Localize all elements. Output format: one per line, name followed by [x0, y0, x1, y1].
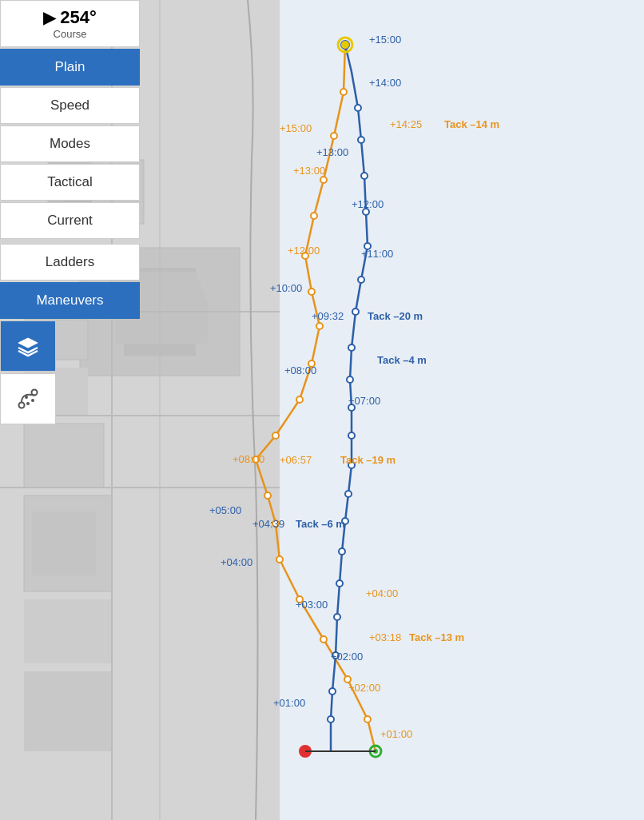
tack-label-6: Tack –6 m — [296, 518, 345, 530]
time-orange-1300: +13:00 — [293, 165, 325, 177]
svg-point-31 — [348, 344, 355, 351]
tack-label-14: Tack –14 m — [444, 118, 499, 130]
time-blue-0100: +01:00 — [273, 697, 305, 709]
svg-point-71 — [26, 402, 30, 405]
svg-point-49 — [308, 289, 315, 295]
svg-point-55 — [264, 492, 271, 499]
tack-label-4: Tack –4 m — [377, 354, 427, 366]
svg-point-32 — [347, 376, 353, 383]
nav-current-button[interactable]: Current — [0, 202, 140, 239]
svg-point-61 — [364, 716, 371, 722]
time-orange-0200: +02:00 — [348, 682, 380, 694]
svg-point-63 — [341, 41, 349, 49]
svg-point-57 — [276, 556, 283, 563]
svg-point-44 — [340, 89, 347, 95]
time-orange-1200: +12:00 — [288, 245, 320, 257]
course-header: ▶ 254° Course — [0, 0, 140, 47]
svg-point-36 — [345, 491, 352, 497]
nav-plain-button[interactable]: Plain — [0, 49, 140, 86]
route-button[interactable] — [0, 373, 56, 424]
svg-point-72 — [31, 399, 34, 402]
svg-point-52 — [296, 396, 303, 403]
svg-point-39 — [336, 580, 343, 587]
tack-label-13: Tack –13 m — [409, 631, 464, 643]
time-orange-0657: +06:57 — [280, 454, 312, 466]
svg-point-26 — [361, 173, 368, 179]
time-orange-0100: +01:00 — [380, 728, 412, 740]
time-blue-1400: +14:00 — [369, 77, 401, 89]
svg-point-47 — [311, 213, 317, 219]
svg-point-45 — [331, 133, 337, 139]
nav-ladders-button[interactable]: Ladders — [0, 244, 140, 281]
time-blue-0439: +04:39 — [252, 518, 284, 530]
svg-point-53 — [272, 432, 279, 439]
svg-point-29 — [358, 277, 364, 283]
time-blue-0400: +04:00 — [221, 556, 252, 568]
svg-point-59 — [320, 636, 327, 643]
svg-point-69 — [19, 403, 25, 408]
time-blue-1200: +12:00 — [352, 198, 384, 210]
time-orange-0800: +08:00 — [233, 453, 264, 465]
svg-point-42 — [329, 688, 336, 695]
layers-button[interactable] — [0, 320, 56, 372]
time-blue-0800: +08:00 — [284, 364, 316, 376]
nav-maneuvers-button[interactable]: Maneuvers — [0, 282, 140, 319]
tack-label-19: Tack –19 m — [340, 454, 396, 466]
time-orange-1425: +14:25 — [390, 118, 422, 130]
time-blue-0300: +03:00 — [296, 599, 328, 611]
svg-point-50 — [316, 323, 323, 329]
svg-point-34 — [348, 432, 355, 439]
time-blue-1300: +13:00 — [316, 146, 348, 158]
time-orange-0318: +03:18 — [369, 631, 401, 643]
course-label: Course — [54, 28, 87, 40]
svg-point-30 — [352, 308, 359, 315]
svg-point-73 — [25, 396, 28, 399]
nav-modes-button[interactable]: Modes — [0, 125, 140, 162]
time-blue-0700: +07:00 — [348, 395, 380, 407]
svg-point-46 — [320, 177, 327, 183]
time-blue-0200: +02:00 — [331, 651, 363, 663]
time-blue-1000: +10:00 — [270, 282, 302, 294]
icon-buttons — [0, 320, 140, 424]
sidebar: ▶ 254° Course Plain Speed Modes Tactical… — [0, 0, 140, 424]
course-angle: 254° — [60, 7, 97, 28]
course-direction: ▶ 254° — [43, 7, 97, 28]
svg-point-40 — [334, 614, 340, 620]
svg-point-38 — [339, 548, 345, 555]
time-orange-0400: +04:00 — [366, 587, 398, 599]
tack-label-20: Tack –20 m — [368, 310, 423, 322]
time-blue-0932: +09:32 — [312, 310, 344, 322]
svg-point-43 — [328, 716, 334, 722]
nav-speed-button[interactable]: Speed — [0, 87, 140, 124]
arrow-icon: ▶ — [43, 8, 55, 27]
svg-point-24 — [355, 105, 361, 111]
time-blue-0500: +05:00 — [209, 504, 241, 516]
svg-marker-68 — [18, 338, 38, 348]
nav-tactical-button[interactable]: Tactical — [0, 164, 140, 201]
svg-point-25 — [358, 137, 364, 143]
time-blue-1500-top: +15:00 — [369, 34, 401, 46]
time-blue-1100: +11:00 — [361, 248, 393, 260]
time-orange-1500: +15:00 — [280, 122, 312, 134]
